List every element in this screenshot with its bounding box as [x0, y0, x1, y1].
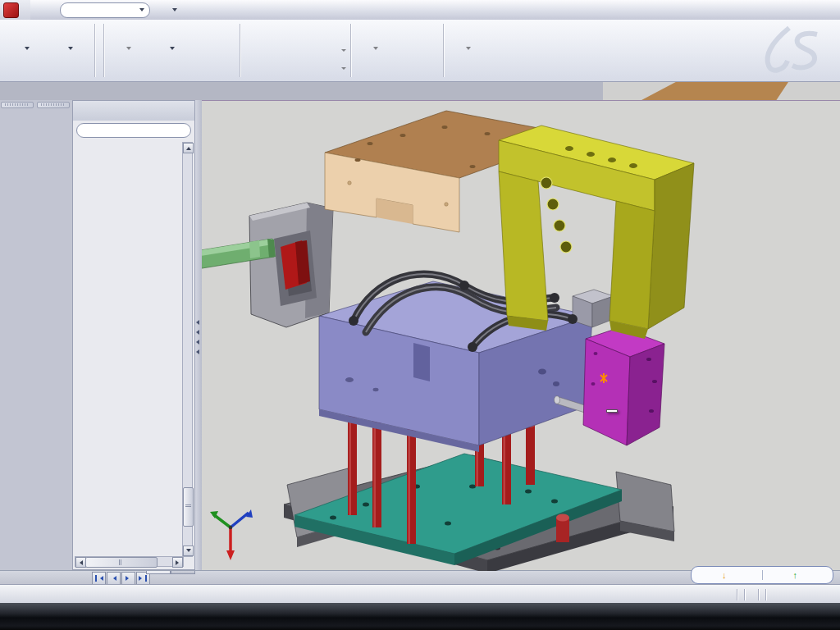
doc-close-button[interactable] [811, 84, 828, 98]
scrollbar-thumb[interactable] [85, 557, 158, 568]
model-magenta-block[interactable] [583, 327, 664, 445]
sketch-icon [16, 23, 38, 44]
close-button[interactable] [217, 3, 233, 16]
feature-tree [75, 142, 184, 557]
command-tabs-strip [0, 82, 840, 100]
windows-taskbar [0, 603, 840, 630]
doc-minimize-button[interactable] [775, 84, 792, 98]
search-dropdown-caret[interactable] [139, 8, 144, 11]
minimize-icon [778, 86, 789, 97]
convert-entities-icon [162, 23, 183, 44]
feature-manager-panel [72, 100, 195, 570]
pattern-tools-stack [243, 20, 348, 81]
tab-navigation-buttons [92, 572, 150, 585]
scroll-down-icon[interactable] [183, 546, 194, 556]
help-button[interactable] [156, 2, 179, 17]
mold-tools-toolbar [37, 102, 70, 108]
rapid-sketch-icon [501, 23, 523, 44]
repair-sketch-icon [409, 23, 430, 44]
convert-entities-button[interactable] [150, 20, 194, 81]
titlebar-right-buttons [155, 2, 234, 17]
quick-snaps-icon [458, 23, 479, 44]
display-delete-relations-icon [365, 23, 386, 44]
quick-snaps-button[interactable] [446, 20, 490, 81]
restore-icon [797, 86, 807, 97]
help-icon [158, 3, 171, 16]
tab-model[interactable] [146, 571, 171, 574]
app-logo [0, 0, 30, 20]
title-bar [0, 0, 840, 21]
filter-funnel-icon [81, 126, 91, 135]
next-tab-button[interactable] [121, 572, 135, 585]
search-input[interactable] [60, 2, 150, 18]
repair-sketch-button[interactable] [397, 20, 441, 81]
mirror-entities-button[interactable] [243, 24, 348, 40]
scrollbar-thumb[interactable] [183, 487, 194, 527]
model-gray-clamp[interactable] [249, 203, 333, 327]
status-bar [0, 584, 840, 604]
model-scene [202, 101, 840, 571]
trim-entities-button[interactable] [107, 20, 150, 81]
features-toolbar [1, 102, 34, 108]
tab-motion-study[interactable] [171, 571, 195, 574]
scroll-up-icon[interactable] [183, 143, 194, 153]
minimize-button[interactable] [180, 3, 197, 16]
rapid-sketch-button[interactable] [490, 20, 533, 81]
tree-vertical-scrollbar[interactable] [182, 142, 193, 557]
upload-arrow-icon: ↑ [793, 570, 798, 580]
restore-button[interactable] [199, 3, 215, 16]
first-tab-button[interactable] [92, 572, 106, 585]
smart-dimension-button[interactable] [48, 20, 92, 81]
sketch-entities-grid [98, 20, 101, 81]
quick-tips-icon[interactable] [773, 588, 786, 601]
command-manager-ribbon [0, 20, 840, 82]
search-icon [66, 5, 76, 16]
doc-restore-button[interactable] [793, 84, 810, 98]
close-icon [815, 86, 825, 97]
tags-icon[interactable] [819, 588, 832, 601]
tree-horizontal-scrollbar[interactable] [75, 556, 184, 567]
dassault-watermark [738, 23, 829, 79]
offset-entities-button[interactable] [194, 20, 237, 81]
download-arrow-icon: ↓ [722, 570, 727, 580]
display-delete-relations-button[interactable] [354, 20, 397, 81]
feature-manager-tabs [73, 101, 194, 121]
mirror-entities-icon [243, 26, 255, 39]
feature-tooltip [606, 409, 618, 413]
solidworks-window: ↓ ↑ [0, 0, 840, 630]
scroll-right-icon[interactable] [172, 557, 183, 568]
orientation-triad[interactable] [210, 509, 253, 560]
tree-filter-input[interactable] [76, 123, 191, 138]
linear-sketch-pattern-button[interactable] [243, 42, 348, 58]
document-window-buttons [774, 84, 829, 98]
network-monitor-widget[interactable]: ↓ ↑ [691, 566, 833, 584]
move-entities-icon [243, 62, 255, 75]
offset-entities-icon [205, 23, 226, 44]
prev-tab-button[interactable] [107, 572, 121, 585]
graphics-viewport[interactable] [202, 100, 840, 571]
model-top-plate-band [618, 82, 788, 100]
sketch-button[interactable] [5, 20, 48, 81]
solidworks-logo-icon [3, 2, 19, 18]
minimize-icon [184, 5, 194, 16]
close-icon [220, 5, 231, 16]
trim-icon [118, 23, 139, 44]
restore-icon [202, 5, 212, 16]
start-button[interactable] [3, 604, 29, 629]
move-entities-button[interactable] [243, 61, 348, 77]
smart-dimension-icon [60, 23, 81, 44]
linear-pattern-icon [243, 44, 255, 57]
